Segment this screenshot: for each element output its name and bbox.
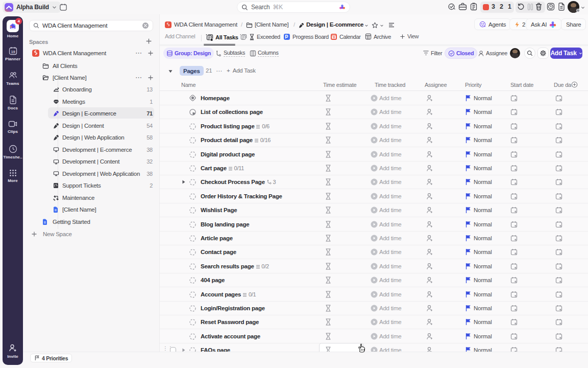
svg-text:31: 31 (332, 36, 335, 39)
svg-text:19: 19 (11, 50, 15, 54)
